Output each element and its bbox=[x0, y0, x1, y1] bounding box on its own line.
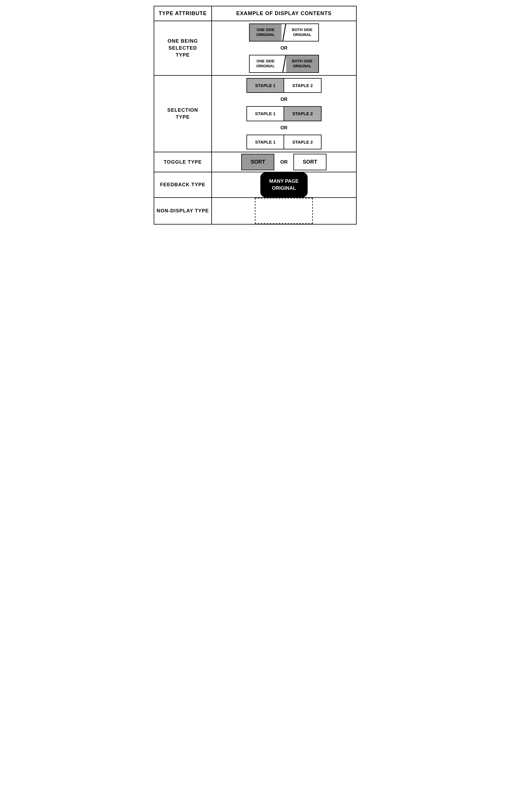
trap-btn-both-side-unselected[interactable]: BOTH SIDEORIGINAL bbox=[286, 24, 318, 41]
or-text-2: OR bbox=[212, 97, 356, 102]
row-one-being-selected: ONE BEINGSELECTEDTYPE ONE SIDEORIGINAL B… bbox=[154, 21, 356, 76]
feedback-btn[interactable]: MANY PAGEORIGINAL bbox=[260, 172, 308, 197]
trap-group-2: ONE SIDEORIGINAL BOTH SIDEORIGINAL bbox=[249, 55, 319, 73]
staple-group-3: STAPLE 1 STAPLE 2 bbox=[246, 135, 322, 150]
trap-group-1: ONE SIDEORIGINAL BOTH SIDEORIGINAL bbox=[249, 24, 319, 41]
non-display-box bbox=[255, 198, 313, 224]
staple1-unselected[interactable]: STAPLE 1 bbox=[247, 107, 284, 121]
example-selection: STAPLE 1 STAPLE 2 OR STAPLE 1 STAPLE 2 O… bbox=[212, 76, 356, 152]
or-text-3: OR bbox=[212, 125, 356, 130]
trap-btn-one-side-unselected[interactable]: ONE SIDEORIGINAL bbox=[250, 55, 281, 72]
main-table: TYPE ATTRIBUTE EXAMPLE OF DISPLAY CONTEN… bbox=[154, 6, 357, 225]
col1-header: TYPE ATTRIBUTE bbox=[154, 6, 212, 21]
type-feedback: FEEDBACK TYPE bbox=[154, 172, 212, 198]
example-toggle: SORT OR SORT bbox=[212, 152, 356, 172]
header-row: TYPE ATTRIBUTE EXAMPLE OF DISPLAY CONTEN… bbox=[154, 6, 356, 21]
trap-btn-one-side-selected[interactable]: ONE SIDEORIGINAL bbox=[250, 24, 281, 41]
example-one-being-selected: ONE SIDEORIGINAL BOTH SIDEORIGINAL OR ON… bbox=[212, 21, 356, 76]
sort-btn-active[interactable]: SORT bbox=[241, 154, 274, 170]
type-selection: SELECTIONTYPE bbox=[154, 76, 212, 152]
type-toggle: TOGGLE TYPE bbox=[154, 152, 212, 172]
row-selection-type: SELECTIONTYPE STAPLE 1 STAPLE 2 OR STAPL… bbox=[154, 76, 356, 152]
col2-header: EXAMPLE OF DISPLAY CONTENTS bbox=[212, 6, 356, 21]
type-one-being-selected: ONE BEINGSELECTEDTYPE bbox=[154, 21, 212, 76]
row-toggle-type: TOGGLE TYPE SORT OR SORT bbox=[154, 152, 356, 172]
staple-group-1: STAPLE 1 STAPLE 2 bbox=[246, 78, 322, 93]
row-non-display-type: NON-DISPLAY TYPE bbox=[154, 198, 356, 224]
staple1-selected[interactable]: STAPLE 1 bbox=[247, 79, 284, 92]
or-text-1: OR bbox=[212, 46, 356, 51]
staple2-unselected-1[interactable]: STAPLE 2 bbox=[284, 79, 321, 92]
staple-group-2: STAPLE 1 STAPLE 2 bbox=[246, 106, 322, 121]
sort-btn-inactive[interactable]: SORT bbox=[293, 154, 327, 170]
staple2-unselected-2[interactable]: STAPLE 2 bbox=[284, 135, 321, 149]
staple1-unselected-2[interactable]: STAPLE 1 bbox=[247, 135, 284, 149]
toggle-row: SORT OR SORT bbox=[212, 152, 356, 172]
example-feedback: MANY PAGEORIGINAL bbox=[212, 172, 356, 198]
trap-btn-both-side-selected[interactable]: BOTH SIDEORIGINAL bbox=[286, 55, 318, 72]
row-feedback-type: FEEDBACK TYPE MANY PAGEORIGINAL bbox=[154, 172, 356, 198]
type-non-display: NON-DISPLAY TYPE bbox=[154, 198, 212, 224]
staple2-selected[interactable]: STAPLE 2 bbox=[284, 107, 321, 121]
example-non-display bbox=[212, 198, 356, 224]
or-text-toggle: OR bbox=[280, 159, 288, 165]
